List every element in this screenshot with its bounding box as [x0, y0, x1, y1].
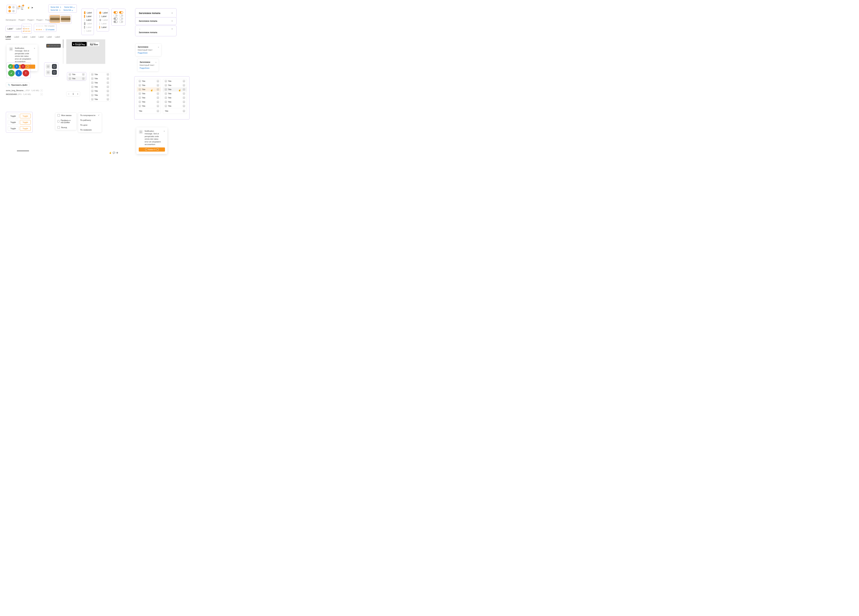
stepper-minus[interactable]: − [66, 92, 71, 96]
crumb-2[interactable]: Раздел [27, 19, 34, 21]
thumbnail-1[interactable] [50, 16, 60, 22]
icon-button-1[interactable]: 1 [17, 6, 19, 9]
tab-1[interactable]: Label [14, 35, 19, 39]
dot-3[interactable] [51, 45, 52, 46]
icon-button-2[interactable]: 1 Title [21, 6, 23, 10]
stepper-plus[interactable]: + [75, 92, 80, 96]
toggle-btn-6[interactable]: Toggle [20, 126, 31, 131]
list-item[interactable]: Title [163, 92, 187, 95]
link-c[interactable]: Some link [50, 9, 60, 11]
google-play-badge[interactable]: ▶ ДОСТУПНО ВGoogle Play [72, 42, 87, 46]
rd-unchecked[interactable]: Label [99, 15, 106, 18]
dot-7[interactable] [57, 45, 58, 46]
list-item[interactable]: Title [163, 95, 187, 100]
list-item[interactable]: Title [89, 93, 111, 97]
dot-5[interactable] [54, 45, 55, 46]
tab-3[interactable]: Label [30, 35, 35, 39]
list-item[interactable]: Title [137, 83, 161, 88]
list-item[interactable]: Title [67, 77, 86, 81]
stars-reviews[interactable]: ★★★★★ 12 отзывов [36, 29, 55, 31]
menu-orders[interactable]: Мои заказы [55, 113, 77, 118]
stepper-input[interactable] [71, 92, 75, 96]
list-item[interactable]: Title [137, 100, 161, 104]
file-remove[interactable]: × [41, 89, 43, 92]
dot-6[interactable] [55, 45, 56, 46]
square-dark-1[interactable] [52, 64, 57, 69]
tab-2[interactable]: Label [22, 35, 27, 39]
label-sup-1[interactable]: LabelN [8, 28, 14, 30]
back-arrow-icon[interactable]: ← [139, 28, 141, 30]
scrollbar-track[interactable] [63, 39, 64, 64]
scrollbar-thumb[interactable] [63, 39, 64, 48]
tab-6[interactable]: Label [55, 35, 60, 39]
list-item[interactable]: Title [89, 81, 111, 85]
step-2[interactable]: 2 [8, 10, 11, 12]
dot-1[interactable] [48, 45, 48, 46]
app-store-badge[interactable]: Загрузите вApp Store [87, 42, 100, 47]
list-footer[interactable]: Title [163, 108, 187, 114]
label-sup-2[interactable]: LabelN [16, 28, 22, 30]
list-item[interactable]: Title [89, 77, 111, 81]
close-icon[interactable]: × [155, 61, 156, 64]
sort-rating[interactable]: По рейтингу [78, 118, 102, 123]
dot-8[interactable] [58, 45, 59, 46]
toggle-btn-5[interactable]: Toggle [8, 126, 19, 131]
close-icon[interactable]: × [171, 27, 173, 31]
tab-4[interactable]: Label [39, 35, 44, 39]
square-light-1[interactable] [46, 64, 50, 69]
list-item[interactable]: Title [137, 104, 161, 108]
crumb-3[interactable]: Раздел [36, 19, 43, 21]
toggle-btn-4[interactable]: Toggle [20, 120, 31, 125]
list-item-selected[interactable]: Title [137, 88, 161, 92]
toggle-off-1[interactable] [114, 14, 118, 17]
rd-orange-ring[interactable]: Label [99, 26, 106, 29]
thumbnail-2[interactable] [61, 16, 70, 22]
menu-profile[interactable]: Профиль и настройки [55, 118, 77, 125]
close-icon[interactable]: × [34, 47, 35, 50]
toggle-on-2[interactable] [119, 11, 123, 14]
link-a[interactable]: Some link [50, 6, 61, 8]
toggle-btn-1[interactable]: Toggle [8, 114, 19, 118]
list-item[interactable]: Title [163, 100, 187, 104]
toggle-btn-2[interactable]: Toggle [20, 114, 31, 118]
sort-name[interactable]: По названию [78, 127, 102, 132]
square-dark-2[interactable] [52, 70, 57, 75]
square-light-2[interactable] [46, 70, 50, 75]
list-item[interactable]: Title [89, 97, 111, 102]
list-item[interactable]: Title [67, 72, 86, 77]
sort-popularity[interactable]: По популярности [78, 113, 102, 118]
close-icon[interactable]: × [158, 46, 159, 48]
list-item[interactable]: Title [137, 79, 161, 83]
tooltip-link[interactable]: Подробнее [138, 52, 148, 54]
crumb-0[interactable]: Заповедник [6, 19, 16, 21]
list-item[interactable]: Title [137, 92, 161, 95]
file-remove[interactable]: × [41, 93, 43, 95]
close-icon[interactable]: × [164, 130, 165, 133]
toggle-btn-3[interactable]: Toggle [8, 120, 19, 125]
tab-5[interactable]: Label [47, 35, 52, 39]
cb-minus[interactable]: –Label [84, 15, 91, 18]
link-b[interactable]: Some link [64, 6, 74, 8]
list-item-hover[interactable]: Title [163, 88, 187, 92]
list-item[interactable]: Title [89, 85, 111, 89]
tooltip-link[interactable]: Подробнее [140, 67, 150, 69]
sort-price[interactable]: По цене [78, 123, 102, 127]
cb-unchecked[interactable]: Label [84, 19, 91, 22]
list-footer[interactable]: Title [137, 108, 161, 114]
cb-checked[interactable]: ✓Label [84, 11, 91, 14]
list-item[interactable]: Title [89, 72, 111, 77]
toggle-on-1[interactable] [114, 11, 118, 14]
list-item[interactable]: Title [163, 79, 187, 83]
crumb-1[interactable]: Раздел [19, 19, 25, 21]
dot-4[interactable] [52, 45, 53, 46]
dot-2[interactable] [49, 45, 50, 46]
step-1[interactable]: 1 [8, 6, 11, 8]
list-item[interactable]: Title [163, 83, 187, 88]
close-icon[interactable]: × [171, 19, 173, 23]
list-item[interactable]: Title [89, 89, 111, 93]
tab-0[interactable]: Label [6, 34, 11, 39]
rd-checked[interactable]: Label [99, 11, 106, 14]
toggle-off-2[interactable] [119, 14, 123, 17]
list-item[interactable]: Title [137, 95, 161, 100]
link-d[interactable]: Some link [64, 9, 73, 11]
